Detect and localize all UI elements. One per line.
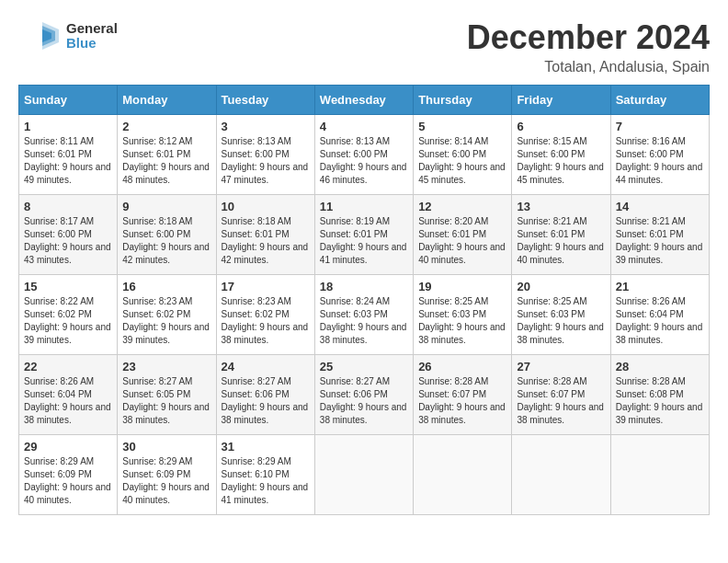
day-info: Sunrise: 8:25 AMSunset: 6:03 PMDaylight:…: [418, 296, 506, 345]
day-info: Sunrise: 8:15 AMSunset: 6:00 PMDaylight:…: [517, 136, 604, 185]
weekday-header-saturday: Saturday: [610, 86, 709, 115]
month-title: December 2024: [467, 18, 710, 57]
calendar-week-4: 22 Sunrise: 8:26 AMSunset: 6:04 PMDaylig…: [19, 355, 710, 435]
calendar-week-5: 29 Sunrise: 8:29 AMSunset: 6:09 PMDaylig…: [19, 435, 710, 515]
calendar-cell: 27 Sunrise: 8:28 AMSunset: 6:07 PMDaylig…: [512, 355, 610, 435]
day-number: 4: [320, 120, 408, 133]
day-info: Sunrise: 8:18 AMSunset: 6:00 PMDaylight:…: [122, 216, 210, 265]
day-info: Sunrise: 8:11 AMSunset: 6:01 PMDaylight:…: [24, 136, 111, 185]
calendar-cell: 14 Sunrise: 8:21 AMSunset: 6:01 PMDaylig…: [610, 195, 709, 275]
calendar-cell: 19 Sunrise: 8:25 AMSunset: 6:03 PMDaylig…: [414, 275, 512, 355]
calendar-cell: 26 Sunrise: 8:28 AMSunset: 6:07 PMDaylig…: [414, 355, 512, 435]
day-info: Sunrise: 8:13 AMSunset: 6:00 PMDaylight:…: [222, 136, 309, 185]
day-number: 18: [320, 280, 408, 293]
calendar-cell: 9 Sunrise: 8:18 AMSunset: 6:00 PMDayligh…: [118, 195, 216, 275]
calendar-cell: 4 Sunrise: 8:13 AMSunset: 6:00 PMDayligh…: [314, 115, 413, 195]
logo-blue-text: Blue: [66, 36, 118, 52]
day-info: Sunrise: 8:29 AMSunset: 6:09 PMDaylight:…: [24, 456, 111, 505]
logo-general-text: General: [66, 21, 118, 37]
day-info: Sunrise: 8:29 AMSunset: 6:09 PMDaylight:…: [122, 456, 210, 505]
calendar-cell: [414, 435, 512, 515]
weekday-header-thursday: Thursday: [414, 86, 512, 115]
day-number: 12: [418, 200, 506, 213]
weekday-header-sunday: Sunday: [19, 86, 118, 115]
day-info: Sunrise: 8:27 AMSunset: 6:06 PMDaylight:…: [320, 376, 407, 425]
day-info: Sunrise: 8:14 AMSunset: 6:00 PMDaylight:…: [418, 136, 506, 185]
day-info: Sunrise: 8:22 AMSunset: 6:02 PMDaylight:…: [24, 296, 111, 345]
day-number: 5: [418, 120, 506, 133]
calendar-cell: 31 Sunrise: 8:29 AMSunset: 6:10 PMDaylig…: [216, 435, 314, 515]
calendar-cell: 22 Sunrise: 8:26 AMSunset: 6:04 PMDaylig…: [19, 355, 118, 435]
logo-icon: [18, 18, 63, 53]
day-number: 29: [24, 440, 112, 454]
day-info: Sunrise: 8:16 AMSunset: 6:00 PMDaylight:…: [616, 136, 703, 185]
weekday-header-friday: Friday: [512, 86, 610, 115]
day-number: 23: [122, 360, 210, 373]
calendar-cell: 18 Sunrise: 8:24 AMSunset: 6:03 PMDaylig…: [314, 275, 413, 355]
day-number: 30: [122, 440, 210, 454]
day-number: 16: [122, 280, 210, 293]
day-number: 15: [24, 280, 112, 293]
day-info: Sunrise: 8:21 AMSunset: 6:01 PMDaylight:…: [616, 216, 703, 265]
calendar-cell: 29 Sunrise: 8:29 AMSunset: 6:09 PMDaylig…: [19, 435, 118, 515]
day-info: Sunrise: 8:19 AMSunset: 6:01 PMDaylight:…: [320, 216, 407, 265]
day-info: Sunrise: 8:17 AMSunset: 6:00 PMDaylight:…: [24, 216, 111, 265]
calendar-week-3: 15 Sunrise: 8:22 AMSunset: 6:02 PMDaylig…: [19, 275, 710, 355]
day-number: 19: [418, 280, 506, 293]
day-number: 2: [122, 120, 210, 133]
calendar-cell: 1 Sunrise: 8:11 AMSunset: 6:01 PMDayligh…: [19, 115, 118, 195]
calendar-cell: 21 Sunrise: 8:26 AMSunset: 6:04 PMDaylig…: [610, 275, 709, 355]
calendar-week-2: 8 Sunrise: 8:17 AMSunset: 6:00 PMDayligh…: [19, 195, 710, 275]
day-number: 24: [222, 360, 310, 373]
day-info: Sunrise: 8:20 AMSunset: 6:01 PMDaylight:…: [418, 216, 506, 265]
calendar-cell: 16 Sunrise: 8:23 AMSunset: 6:02 PMDaylig…: [118, 275, 216, 355]
calendar-cell: 8 Sunrise: 8:17 AMSunset: 6:00 PMDayligh…: [19, 195, 118, 275]
day-number: 28: [616, 360, 704, 373]
day-info: Sunrise: 8:27 AMSunset: 6:06 PMDaylight:…: [222, 376, 309, 425]
day-info: Sunrise: 8:18 AMSunset: 6:01 PMDaylight:…: [222, 216, 309, 265]
page-header: General Blue December 2024 Totalan, Anda…: [18, 18, 710, 75]
day-number: 7: [616, 120, 704, 133]
day-info: Sunrise: 8:26 AMSunset: 6:04 PMDaylight:…: [616, 296, 703, 345]
location-title: Totalan, Andalusia, Spain: [467, 59, 710, 75]
calendar-cell: 10 Sunrise: 8:18 AMSunset: 6:01 PMDaylig…: [216, 195, 314, 275]
day-number: 27: [517, 360, 605, 373]
day-info: Sunrise: 8:27 AMSunset: 6:05 PMDaylight:…: [122, 376, 210, 425]
calendar-cell: [314, 435, 413, 515]
calendar-cell: 12 Sunrise: 8:20 AMSunset: 6:01 PMDaylig…: [414, 195, 512, 275]
day-number: 26: [418, 360, 506, 373]
day-number: 10: [222, 200, 310, 213]
weekday-header-wednesday: Wednesday: [314, 86, 413, 115]
calendar-cell: 15 Sunrise: 8:22 AMSunset: 6:02 PMDaylig…: [19, 275, 118, 355]
weekday-header-row: SundayMondayTuesdayWednesdayThursdayFrid…: [19, 86, 710, 115]
calendar-cell: 11 Sunrise: 8:19 AMSunset: 6:01 PMDaylig…: [314, 195, 413, 275]
day-number: 1: [24, 120, 112, 133]
calendar-cell: 25 Sunrise: 8:27 AMSunset: 6:06 PMDaylig…: [314, 355, 413, 435]
calendar-cell: 6 Sunrise: 8:15 AMSunset: 6:00 PMDayligh…: [512, 115, 610, 195]
day-info: Sunrise: 8:26 AMSunset: 6:04 PMDaylight:…: [24, 376, 111, 425]
day-number: 31: [222, 440, 310, 454]
day-number: 9: [122, 200, 210, 213]
day-info: Sunrise: 8:13 AMSunset: 6:00 PMDaylight:…: [320, 136, 407, 185]
day-number: 22: [24, 360, 112, 373]
day-number: 6: [517, 120, 605, 133]
day-info: Sunrise: 8:29 AMSunset: 6:10 PMDaylight:…: [222, 456, 309, 505]
calendar-cell: 24 Sunrise: 8:27 AMSunset: 6:06 PMDaylig…: [216, 355, 314, 435]
calendar-cell: [610, 435, 709, 515]
day-info: Sunrise: 8:25 AMSunset: 6:03 PMDaylight:…: [517, 296, 604, 345]
day-number: 3: [222, 120, 310, 133]
day-info: Sunrise: 8:28 AMSunset: 6:07 PMDaylight:…: [517, 376, 604, 425]
calendar-cell: 7 Sunrise: 8:16 AMSunset: 6:00 PMDayligh…: [610, 115, 709, 195]
weekday-header-tuesday: Tuesday: [216, 86, 314, 115]
day-number: 21: [616, 280, 704, 293]
day-number: 25: [320, 360, 408, 373]
day-number: 13: [517, 200, 605, 213]
calendar-cell: 23 Sunrise: 8:27 AMSunset: 6:05 PMDaylig…: [118, 355, 216, 435]
weekday-header-monday: Monday: [118, 86, 216, 115]
calendar-cell: 5 Sunrise: 8:14 AMSunset: 6:00 PMDayligh…: [414, 115, 512, 195]
day-info: Sunrise: 8:12 AMSunset: 6:01 PMDaylight:…: [122, 136, 210, 185]
calendar-cell: 2 Sunrise: 8:12 AMSunset: 6:01 PMDayligh…: [118, 115, 216, 195]
logo: General Blue: [18, 18, 118, 53]
calendar-cell: 28 Sunrise: 8:28 AMSunset: 6:08 PMDaylig…: [610, 355, 709, 435]
title-block: December 2024 Totalan, Andalusia, Spain: [467, 18, 710, 75]
